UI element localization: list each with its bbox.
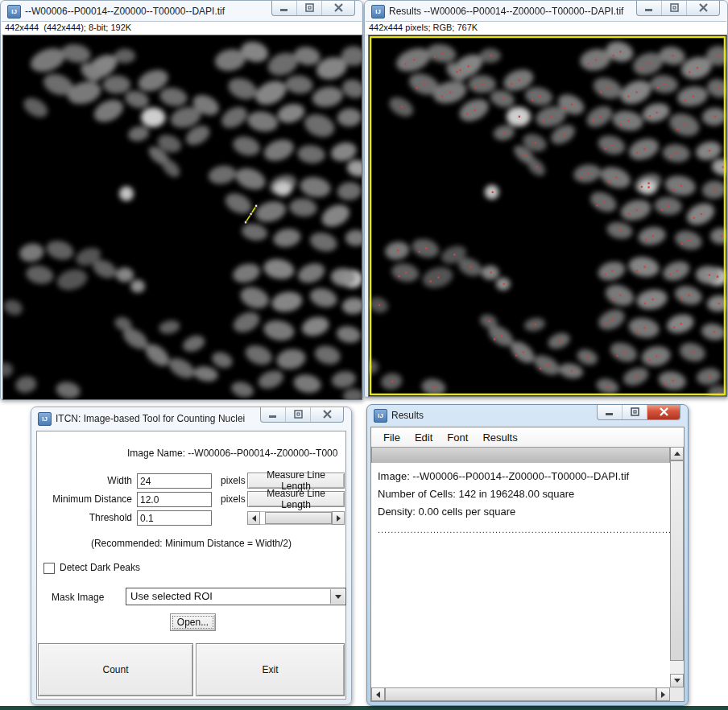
caption-buttons bbox=[636, 1, 720, 16]
scrollbar-track[interactable] bbox=[260, 511, 332, 525]
results-panel: File Edit Font Results Image: --W00006--… bbox=[370, 427, 685, 702]
minimum-distance-input[interactable] bbox=[137, 492, 212, 507]
minimize-icon bbox=[269, 411, 277, 419]
imagej-icon: IJ bbox=[7, 5, 21, 19]
titlebar-image-original[interactable]: IJ --W00006--P00014--Z00000--T00000--DAP… bbox=[1, 1, 362, 22]
mask-image-dropdown[interactable]: Use selected ROI bbox=[126, 588, 346, 605]
results-text-area[interactable]: Image: --W00006--P00014--Z00000--T00000-… bbox=[371, 463, 670, 687]
image-info-bar: 442x444 (442x444); 8-bit; 192K bbox=[2, 21, 362, 35]
mask-image-label: Mask Image bbox=[52, 589, 104, 605]
caption-buttons bbox=[597, 405, 680, 420]
vertical-scrollbar[interactable] bbox=[670, 447, 684, 687]
microscopy-image-counted[interactable] bbox=[368, 35, 727, 397]
dapi-image-with-markers bbox=[369, 35, 726, 396]
count-button[interactable]: Count bbox=[38, 643, 193, 696]
measure-line-length-button-1[interactable]: Measure Line Length bbox=[247, 473, 345, 489]
threshold-scrollbar[interactable] bbox=[247, 511, 345, 525]
scroll-left-button[interactable] bbox=[371, 687, 385, 701]
menu-font[interactable]: Font bbox=[440, 429, 475, 446]
microscopy-image-original[interactable] bbox=[2, 35, 362, 400]
image-name-label: Image Name: --W00006--P00014--Z00000--T0… bbox=[127, 448, 345, 459]
window-image-results: IJ Results --W00006--P00014--Z00000--T00… bbox=[364, 0, 728, 398]
horizontal-scrollbar[interactable] bbox=[371, 687, 670, 701]
close-button[interactable] bbox=[686, 1, 719, 15]
arrow-left-icon bbox=[252, 515, 256, 522]
itcn-dialog-content: Image Name: --W00006--P00014--Z00000--T0… bbox=[36, 431, 346, 700]
imagej-icon: IJ bbox=[38, 412, 52, 426]
restore-button[interactable] bbox=[285, 407, 310, 422]
restore-icon bbox=[294, 410, 303, 419]
exit-button[interactable]: Exit bbox=[196, 643, 345, 696]
scroll-left-button[interactable] bbox=[247, 511, 260, 525]
window-itcn: IJ ITCN: Image-based Tool for Counting N… bbox=[31, 407, 352, 705]
restore-icon bbox=[305, 3, 314, 12]
detect-dark-peaks-label: Detect Dark Peaks bbox=[60, 562, 140, 573]
minimize-button[interactable] bbox=[598, 405, 622, 419]
width-input[interactable] bbox=[137, 473, 212, 489]
scroll-right-button[interactable] bbox=[656, 687, 670, 701]
chevron-down-icon bbox=[335, 595, 341, 599]
menu-edit[interactable]: Edit bbox=[407, 429, 440, 446]
recommendation-label: (Recommended: Minimum Distance = Width/2… bbox=[37, 538, 345, 549]
measure-line-length-button-2[interactable]: Measure Line Length bbox=[247, 491, 345, 507]
imagej-icon: IJ bbox=[374, 409, 387, 423]
mask-image-selected-value: Use selected ROI bbox=[130, 590, 213, 602]
detect-dark-peaks-checkbox[interactable] bbox=[43, 563, 55, 574]
dropdown-arrow-button[interactable] bbox=[330, 589, 345, 604]
window-title: ITCN: Image-based Tool for Counting Nucl… bbox=[56, 413, 245, 424]
arrow-right-icon bbox=[661, 691, 665, 698]
results-line-image: Image: --W00006--P00014--Z00000--T00000-… bbox=[378, 468, 664, 485]
window-title: Results --W00006--P00014--Z00000--T00000… bbox=[389, 6, 623, 17]
menu-file[interactable]: File bbox=[376, 429, 407, 446]
scroll-right-button[interactable] bbox=[332, 511, 345, 525]
imagej-icon: IJ bbox=[371, 5, 385, 19]
window-image-original: IJ --W00006--P00014--Z00000--T00000--DAP… bbox=[0, 0, 363, 400]
width-label: Width bbox=[37, 473, 132, 489]
arrow-up-icon bbox=[674, 452, 680, 456]
restore-button[interactable] bbox=[661, 1, 686, 15]
caption-buttons bbox=[260, 407, 344, 423]
dapi-image bbox=[3, 35, 362, 399]
arrow-right-icon bbox=[337, 515, 341, 522]
width-unit-label: pixels bbox=[221, 473, 246, 489]
scroll-down-button[interactable] bbox=[670, 674, 684, 687]
close-button[interactable] bbox=[647, 405, 680, 419]
scrollbar-corner bbox=[670, 687, 684, 701]
scroll-up-button[interactable] bbox=[670, 447, 684, 460]
close-button[interactable] bbox=[310, 407, 343, 422]
minimize-button[interactable] bbox=[261, 407, 285, 422]
results-menubar: File Edit Font Results bbox=[371, 427, 684, 448]
close-icon bbox=[660, 407, 668, 416]
titlebar-results[interactable]: IJ Results bbox=[367, 405, 688, 426]
restore-icon bbox=[631, 407, 639, 416]
restore-button[interactable] bbox=[296, 1, 321, 15]
threshold-input[interactable] bbox=[137, 510, 212, 526]
minimize-icon bbox=[280, 4, 288, 12]
minimize-button[interactable] bbox=[272, 1, 296, 15]
window-title: Results bbox=[391, 410, 424, 421]
close-icon bbox=[334, 3, 343, 12]
results-line-separator: ........................................… bbox=[378, 521, 664, 539]
titlebar-itcn[interactable]: IJ ITCN: Image-based Tool for Counting N… bbox=[31, 407, 351, 430]
menu-results[interactable]: Results bbox=[475, 429, 524, 446]
results-table-header bbox=[371, 447, 670, 464]
arrow-left-icon bbox=[376, 691, 380, 698]
scrollbar-thumb[interactable] bbox=[265, 512, 332, 524]
minimize-icon bbox=[606, 408, 614, 416]
threshold-label: Threshold bbox=[37, 510, 132, 526]
close-button[interactable] bbox=[321, 1, 354, 15]
minimize-button[interactable] bbox=[637, 1, 661, 15]
restore-button[interactable] bbox=[622, 405, 647, 419]
scrollbar-thumb[interactable] bbox=[670, 460, 684, 661]
close-icon bbox=[699, 3, 708, 12]
arrow-down-icon bbox=[674, 679, 680, 683]
close-icon bbox=[323, 410, 332, 419]
scrollbar-thumb[interactable] bbox=[385, 687, 656, 701]
minimum-distance-label: Minimum Distance bbox=[37, 492, 132, 507]
window-results: IJ Results File Edit Font Results Image:… bbox=[366, 404, 689, 706]
restore-icon bbox=[670, 3, 679, 12]
titlebar-image-results[interactable]: IJ Results --W00006--P00014--Z00000--T00… bbox=[365, 1, 727, 22]
minimum-distance-unit-label: pixels bbox=[221, 492, 246, 507]
minimize-icon bbox=[645, 4, 653, 12]
open-button[interactable]: Open... bbox=[170, 613, 216, 631]
